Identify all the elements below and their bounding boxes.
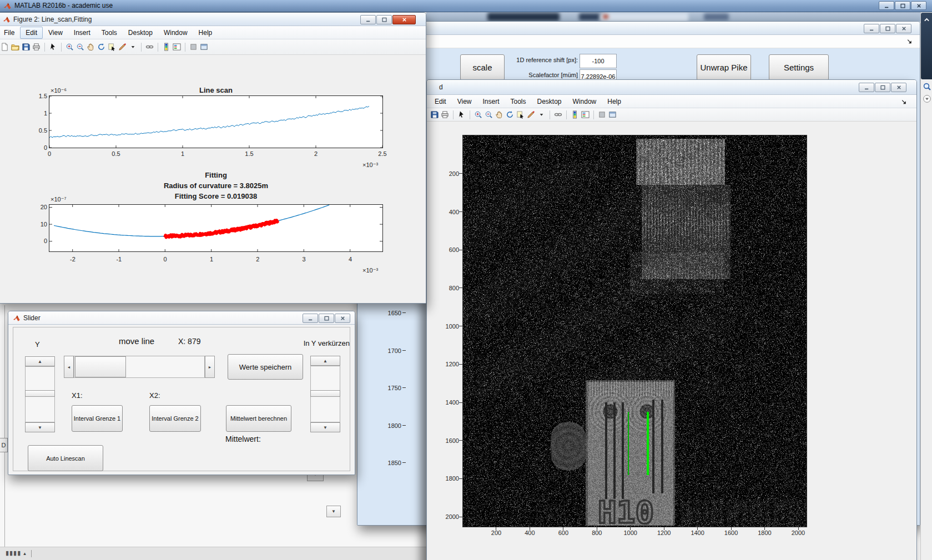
caret-down-icon[interactable] [128,42,138,52]
move-line-slider-left-button[interactable]: ◄ [64,356,74,378]
minimize-button[interactable] [360,15,376,24]
open-folder-icon[interactable] [11,42,20,52]
pan-hand-icon[interactable] [495,110,504,119]
menu-item[interactable]: Desktop [532,95,567,108]
data-cursor-icon[interactable] [107,42,117,52]
gui-window-titlebar[interactable] [357,22,920,35]
menu-item[interactable]: Insert [477,95,505,108]
data-cursor-icon[interactable] [516,110,525,119]
search-icon[interactable] [923,82,931,91]
maximize-button[interactable] [895,1,910,10]
dock-figure-icon[interactable] [608,110,617,119]
dock-handle-arrow-icon[interactable]: ▴ [23,551,27,556]
left-slider-thumb[interactable] [25,390,55,397]
pan-hand-icon[interactable] [86,42,95,52]
rotate-3d-icon[interactable] [505,110,515,119]
brush-icon[interactable] [118,42,127,52]
maximize-button[interactable] [319,314,334,323]
menu-item[interactable]: Insert [68,27,96,39]
menu-item[interactable]: View [452,95,477,108]
ref-shift-input[interactable] [580,54,617,68]
d-tab[interactable]: D [0,438,8,452]
cursor-icon[interactable] [457,110,466,119]
menu-item[interactable]: File [0,27,20,39]
left-slider-up-button[interactable]: ▲ [25,356,55,366]
print-icon[interactable] [440,110,450,119]
colorbar-icon[interactable] [570,110,580,119]
left-slider-down-button[interactable]: ▼ [25,422,55,432]
axis-tick-label: 800 [429,283,459,293]
legend-icon[interactable] [581,110,590,119]
close-button[interactable] [911,1,926,10]
plain-square-icon[interactable] [189,42,198,52]
plot2-axes[interactable] [49,204,383,252]
unwrap-pike-button[interactable]: Unwrap Pike [697,54,751,80]
save-icon[interactable] [21,42,31,52]
colorbar-icon[interactable] [162,42,171,52]
plain-square-icon[interactable] [597,110,607,119]
dock-handle[interactable]: ▮▮▮▮ ▴ [6,549,32,557]
plot2-y-exponent: ×10⁻⁷ [51,196,66,203]
move-line-slider-thumb[interactable] [75,356,126,377]
zoom-out-icon[interactable] [484,110,493,119]
axis-tick-label: 1200 [651,529,677,538]
zoom-out-icon[interactable] [75,42,85,52]
close-button[interactable] [335,314,350,323]
scale-button[interactable]: scale [460,54,505,80]
minimize-button[interactable] [859,83,874,92]
cursor-icon[interactable] [48,42,58,52]
menu-item[interactable]: View [43,27,68,39]
move-line-slider-right-button[interactable]: ► [205,356,215,378]
plot1-axes[interactable] [49,95,383,148]
caret-down-icon[interactable] [537,110,546,119]
menu-item[interactable]: Desktop [123,27,158,39]
auto-linescan-button[interactable]: Auto Linescan [28,445,103,471]
minimize-button[interactable] [864,24,879,33]
collapsed-panel[interactable] [921,13,932,79]
save-values-button[interactable]: Werte speichern [228,354,303,380]
close-button[interactable] [392,15,416,24]
right-slider-down-button[interactable]: ▼ [310,422,340,432]
new-doc-icon[interactable] [0,42,9,52]
link-plots-icon[interactable] [145,42,154,52]
link-plots-icon[interactable] [553,110,563,119]
print-icon[interactable] [32,42,41,52]
close-button[interactable] [896,24,911,33]
right-slider-up-button[interactable]: ▲ [310,356,340,366]
save-icon[interactable] [430,110,439,119]
zoom-in-icon[interactable] [473,110,483,119]
brush-icon[interactable] [526,110,536,119]
menu-item[interactable]: Edit [429,95,452,108]
settings-button[interactable]: Settings [769,54,829,80]
background-spinner-button[interactable]: ▼ [326,506,341,517]
figure-right-titlebar[interactable]: d [427,80,916,95]
rotate-3d-icon[interactable] [97,42,106,52]
right-slider-thumb[interactable] [310,390,340,397]
menu-item[interactable]: Tools [505,95,532,108]
calculate-mean-button[interactable]: Mittelwert berechnen [226,405,291,432]
interval-limit2-button[interactable]: Interval Grenze 2 [149,405,201,432]
dock-figure-icon[interactable] [199,42,209,52]
maximize-button[interactable] [880,24,895,33]
speckle-image[interactable] [463,135,807,527]
menu-item[interactable]: Help [602,95,627,108]
menu-item[interactable]: Window [158,27,193,39]
menu-item[interactable]: Window [567,95,602,108]
maximize-button[interactable] [376,15,392,24]
menu-item[interactable]: Tools [96,27,123,39]
circle-caret-icon[interactable] [923,94,931,103]
interval-limit1-button[interactable]: Interval Grenze 1 [72,405,123,432]
tick-mark [697,527,698,530]
menu-item[interactable]: Help [193,27,218,39]
menu-item[interactable]: Edit [20,27,43,39]
figure2-window-buttons [360,15,416,24]
zoom-in-icon[interactable] [65,42,74,52]
minimize-button[interactable] [879,1,894,10]
toolbar-overflow-icon[interactable] [900,98,908,105]
toolbar-overflow-icon[interactable] [906,38,913,45]
close-button[interactable] [891,83,906,92]
legend-icon[interactable] [172,42,182,52]
minimize-button[interactable] [303,314,318,323]
maximize-button[interactable] [875,83,890,92]
chevron-up-icon[interactable] [923,16,930,23]
